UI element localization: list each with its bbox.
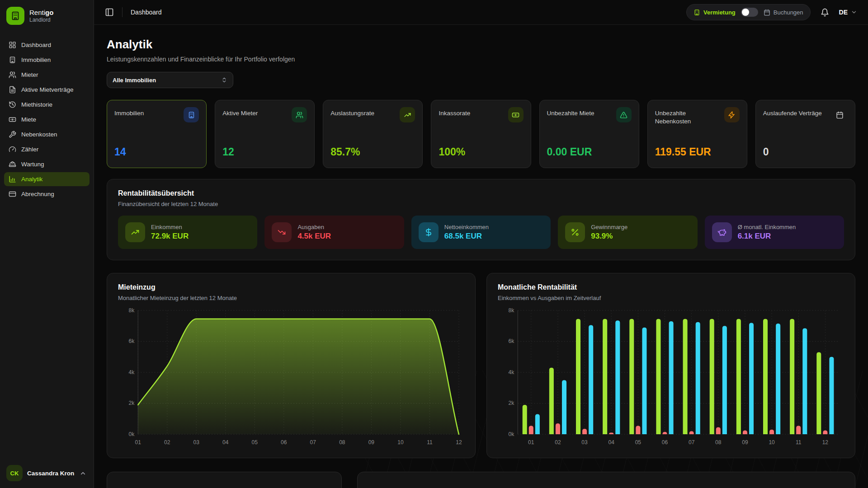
svg-text:05: 05 (635, 439, 642, 446)
mode-vermietung[interactable]: Vermietung (693, 9, 736, 16)
alert-triangle-icon (620, 111, 627, 119)
profit-chip-avg-monatl-einkommen: Ø monatl. Einkommen6.1k EUR (705, 216, 844, 249)
brand-subtitle: Landlord (29, 17, 53, 23)
sidebar-toggle-icon[interactable] (105, 8, 114, 17)
percent-icon (571, 228, 580, 237)
sidebar-item-label: Nebenkosten (21, 131, 57, 138)
kpi-card-unbezahlte-miete[interactable]: Unbezahlte Miete0.00 EUR (539, 100, 639, 168)
sidebar-item-label: Wartung (21, 161, 44, 168)
svg-text:8k: 8k (508, 307, 514, 314)
svg-text:4k: 4k (128, 369, 135, 375)
kpi-card-unbezahlte-nebenkosten[interactable]: Unbezahlte Nebenkosten119.55 EUR (647, 100, 747, 168)
kpi-label: Aktive Mieter (222, 107, 258, 117)
bell-icon[interactable] (821, 8, 829, 17)
chevron-up-icon (80, 470, 86, 477)
chip-icon-wrap (125, 222, 145, 242)
zap-icon (728, 111, 736, 119)
kpi-value: 100% (439, 146, 523, 161)
kpi-card-inkassorate[interactable]: Inkassorate100% (431, 100, 531, 168)
charts-row: Mieteinzug Monatlicher Mieteinzug der le… (107, 273, 855, 458)
sidebar-item-immobilien[interactable]: Immobilien (4, 53, 90, 67)
banknote-icon (9, 116, 16, 123)
sidebar-item-abrechnung[interactable]: Abrechnung (4, 187, 90, 201)
kpi-card-immobilien[interactable]: Immobilien14 (107, 100, 207, 168)
kpi-icon-wrap (832, 107, 848, 122)
partial-card-right (357, 472, 855, 488)
profit-chip-einkommen: Einkommen72.9k EUR (118, 216, 257, 249)
kpi-value: 0 (763, 146, 848, 161)
mode-switch-group: Vermietung Buchungen (686, 4, 811, 20)
chart-subtitle: Einkommen vs Ausgaben im Zeitverlauf (498, 295, 844, 301)
kpi-label: Auslastungsrate (330, 107, 374, 117)
kpi-icon-wrap (724, 107, 740, 122)
svg-text:09: 09 (368, 439, 375, 446)
area-chart: 0k2k4k6k8k010203040506070809101112 (118, 307, 464, 448)
profitability-panel: Rentabilitätsübersicht Finanzübersicht d… (107, 179, 855, 260)
kpi-card-aktive-mieter[interactable]: Aktive Mieter12 (215, 100, 315, 168)
dollar-icon (424, 228, 433, 237)
topbar: Dashboard Vermietung Buchungen (94, 0, 868, 25)
svg-text:12: 12 (822, 439, 829, 446)
sidebar-nav: DashboardImmobilienMieterAktive Mietvert… (0, 38, 94, 202)
svg-text:02: 02 (164, 439, 170, 446)
chip-icon-wrap (565, 222, 585, 242)
user-menu[interactable]: CK Cassandra Kron (0, 459, 94, 488)
bottom-row (107, 472, 855, 488)
content: Analytik Leistungskennzahlen und Finanze… (94, 25, 868, 488)
sidebar: Rentigo Landlord DashboardImmobilienMiet… (0, 0, 94, 488)
sidebar-item-aktive-mietvertraege[interactable]: Aktive Mietverträge (4, 83, 90, 97)
mode-toggle[interactable] (741, 8, 758, 17)
language-selector[interactable]: DE (839, 9, 857, 16)
user-name: Cassandra Kron (27, 470, 74, 477)
chip-label: Einkommen (151, 224, 189, 230)
kpi-label: Auslaufende Verträge (763, 107, 822, 117)
kpi-card-auslaufende-vertraege[interactable]: Auslaufende Verträge0 (755, 100, 855, 168)
svg-text:4k: 4k (508, 369, 514, 375)
users-icon (9, 71, 16, 79)
brand: Rentigo Landlord (0, 0, 94, 30)
kpi-card-auslastungsrate[interactable]: Auslastungsrate85.7% (323, 100, 423, 168)
kpi-value: 12 (222, 146, 307, 161)
sidebar-item-label: Mieter (21, 71, 38, 78)
chart-title: Monatliche Rentabilität (498, 283, 844, 291)
sidebar-item-wartung[interactable]: Wartung (4, 157, 90, 171)
sidebar-item-analytik[interactable]: Analytik (4, 172, 90, 186)
sidebar-item-miete[interactable]: Miete (4, 113, 90, 127)
chart-subtitle: Monatlicher Mieteinzug der letzten 12 Mo… (118, 295, 464, 301)
svg-text:04: 04 (609, 439, 615, 446)
topbar-divider (122, 7, 123, 17)
sidebar-item-label: Miethistorie (21, 101, 52, 108)
credit-card-icon (9, 190, 16, 198)
kpi-value: 119.55 EUR (655, 146, 740, 161)
sidebar-item-mieter[interactable]: Mieter (4, 68, 90, 82)
sidebar-item-dashboard[interactable]: Dashboard (4, 38, 90, 52)
chart-card-rentabilitaet: Monatliche Rentabilität Einkommen vs Aus… (486, 273, 855, 458)
sidebar-item-nebenkosten[interactable]: Nebenkosten (4, 127, 90, 141)
mode-buchungen[interactable]: Buchungen (764, 9, 803, 16)
chevrons-up-down-icon (221, 77, 227, 83)
chart-title: Mieteinzug (118, 283, 464, 291)
profit-chip-nettoeinkommen: Nettoeinkommen68.5k EUR (411, 216, 551, 249)
topbar-title: Dashboard (131, 9, 162, 16)
svg-text:06: 06 (662, 439, 668, 446)
building-icon (10, 11, 20, 21)
property-filter-value: Alle Immobilien (113, 77, 156, 84)
banknote-icon (512, 111, 519, 119)
profit-chip-gewinnmarge: Gewinnmarge93.9% (558, 216, 697, 249)
chip-value: 72.9k EUR (151, 232, 189, 241)
chip-label: Nettoeinkommen (444, 224, 489, 230)
sidebar-item-label: Analytik (21, 176, 42, 183)
profitability-title: Rentabilitätsübersicht (118, 189, 844, 197)
language-code: DE (839, 9, 848, 16)
sidebar-item-label: Miete (21, 116, 36, 123)
mode-toggle-knob (742, 9, 749, 16)
file-text-icon (9, 86, 16, 94)
property-filter-select[interactable]: Alle Immobilien (107, 72, 233, 88)
kpi-icon-wrap (508, 107, 524, 122)
sidebar-item-zaehler[interactable]: Zähler (4, 142, 90, 156)
svg-text:09: 09 (742, 439, 748, 446)
chart-card-mieteinzug: Mieteinzug Monatlicher Mieteinzug der le… (107, 273, 476, 458)
page-subtitle: Leistungskennzahlen und Finanzeinblicke … (107, 56, 855, 63)
page-title: Analytik (107, 38, 855, 52)
sidebar-item-miethistorie[interactable]: Miethistorie (4, 98, 90, 112)
